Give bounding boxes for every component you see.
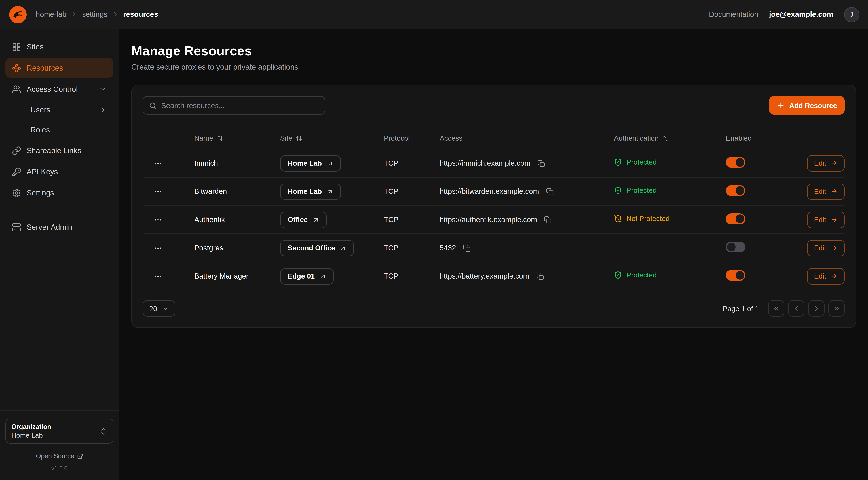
previous-page-button[interactable]: [788, 300, 805, 317]
sidebar-item-sites[interactable]: Sites: [5, 37, 114, 57]
sidebar-item-label: Users: [30, 106, 50, 114]
edit-button[interactable]: Edit: [807, 155, 845, 171]
row-menu-button[interactable]: [151, 157, 164, 170]
add-resource-button[interactable]: Add Resource: [769, 96, 845, 115]
site-link[interactable]: Home Lab: [280, 155, 341, 171]
table-row: Battery Manager Edge 01 TCP https://batt…: [143, 262, 845, 291]
enabled-toggle[interactable]: [726, 185, 745, 196]
auth-status: Protected: [614, 186, 657, 194]
resource-name: Immich: [194, 159, 280, 167]
sidebar-bottom: Organization Home Lab Open Source v1.3.0: [5, 411, 114, 471]
sort-icon: [217, 135, 223, 142]
table-body: Immich Home Lab TCP https://immich.examp…: [143, 149, 845, 291]
more-horizontal-icon: [154, 215, 162, 224]
chevrons-right-icon: [833, 305, 840, 312]
chevron-down-icon: [162, 305, 169, 312]
sidebar-item-users[interactable]: Users: [5, 100, 114, 119]
chevrons-left-icon: [772, 305, 780, 312]
last-page-button[interactable]: [828, 300, 845, 317]
more-horizontal-icon: [154, 187, 162, 196]
sidebar-item-shareable-links[interactable]: Shareable Links: [5, 141, 114, 160]
table-row: Authentik Office TCP https://authentik.e…: [143, 206, 845, 234]
copy-button[interactable]: [543, 215, 553, 224]
site-link[interactable]: Edge 01: [280, 268, 334, 284]
column-header-site[interactable]: Site: [280, 134, 384, 142]
sort-icon: [296, 135, 303, 142]
copy-icon: [546, 188, 554, 195]
auth-status-label: Protected: [626, 271, 657, 279]
sidebar-item-access-control[interactable]: Access Control: [5, 79, 114, 99]
app-logo[interactable]: [9, 5, 27, 24]
more-horizontal-icon: [154, 159, 162, 168]
copy-button[interactable]: [462, 243, 472, 253]
edit-button[interactable]: Edit: [807, 212, 845, 228]
site-link[interactable]: Office: [280, 212, 327, 228]
auth-status-label: Protected: [626, 186, 657, 194]
row-menu-button[interactable]: [151, 185, 164, 198]
plus-icon: [777, 101, 785, 110]
auth-status-label: Protected: [626, 158, 657, 166]
arrow-right-icon: [831, 273, 838, 280]
copy-icon: [463, 244, 471, 252]
version-label: v1.3.0: [5, 465, 114, 471]
sidebar-item-settings[interactable]: Settings: [5, 183, 114, 203]
next-page-button[interactable]: [808, 300, 825, 317]
key-icon: [12, 167, 21, 176]
site-link[interactable]: Second Office: [280, 240, 354, 256]
sidebar-item-resources[interactable]: Resources: [5, 58, 114, 78]
open-source-link[interactable]: Open Source: [5, 452, 114, 460]
column-header-name[interactable]: Name: [194, 134, 280, 142]
chevrons-up-down-icon: [99, 427, 107, 435]
sidebar-item-roles[interactable]: Roles: [5, 121, 114, 139]
breadcrumb-settings[interactable]: settings: [82, 10, 107, 19]
page-size-select[interactable]: 20: [143, 300, 176, 317]
arrow-up-right-icon: [320, 273, 326, 279]
enabled-toggle[interactable]: [726, 157, 745, 168]
add-resource-label: Add Resource: [789, 101, 837, 110]
edit-button[interactable]: Edit: [807, 240, 845, 256]
breadcrumb-org[interactable]: home-lab: [36, 10, 66, 19]
first-page-button[interactable]: [768, 300, 784, 317]
row-menu-button[interactable]: [151, 270, 164, 283]
sidebar-divider: [0, 210, 119, 210]
edit-button[interactable]: Edit: [807, 268, 845, 284]
auth-status-label: -: [614, 244, 616, 252]
organization-label: Organization: [11, 423, 51, 430]
shield-check-icon: [614, 186, 622, 194]
enabled-toggle[interactable]: [726, 270, 745, 280]
edit-button[interactable]: Edit: [807, 183, 845, 200]
access-url: https://battery.example.com: [440, 272, 529, 280]
copy-button[interactable]: [536, 158, 546, 168]
page-subtitle: Create secure proxies to your private ap…: [131, 62, 856, 71]
arrow-up-right-icon: [327, 160, 333, 167]
copy-button[interactable]: [545, 187, 555, 197]
column-header-authentication[interactable]: Authentication: [614, 134, 726, 142]
shield-check-icon: [614, 271, 622, 279]
chevron-left-icon: [793, 305, 800, 312]
access-url: https://immich.example.com: [440, 159, 530, 167]
waypoints-icon: [12, 63, 21, 72]
shield-check-icon: [614, 158, 622, 166]
enabled-toggle[interactable]: [726, 213, 745, 224]
breadcrumb-separator-icon: [112, 11, 119, 18]
copy-button[interactable]: [535, 271, 545, 281]
search-input[interactable]: [161, 101, 319, 110]
sidebar-nav: Sites Resources Access Control Users: [5, 37, 114, 237]
row-menu-button[interactable]: [151, 213, 164, 226]
column-header-enabled: Enabled: [726, 134, 802, 142]
chevron-right-icon: [99, 106, 107, 114]
enabled-toggle[interactable]: [726, 241, 745, 252]
documentation-link[interactable]: Documentation: [709, 10, 758, 19]
breadcrumb-separator-icon: [71, 11, 78, 18]
avatar[interactable]: J: [844, 7, 859, 22]
site-link[interactable]: Home Lab: [280, 183, 341, 200]
table-row: Bitwarden Home Lab TCP https://bitwarden…: [143, 178, 845, 206]
sidebar-item-api-keys[interactable]: API Keys: [5, 162, 114, 181]
arrow-right-icon: [831, 188, 838, 195]
sidebar-item-server-admin[interactable]: Server Admin: [5, 217, 114, 237]
row-menu-button[interactable]: [151, 241, 164, 254]
page-info: Page 1 of 1: [723, 304, 759, 312]
sidebar-item-label: Sites: [27, 42, 43, 51]
organization-selector[interactable]: Organization Home Lab: [5, 419, 114, 444]
toggle-knob: [736, 186, 744, 195]
